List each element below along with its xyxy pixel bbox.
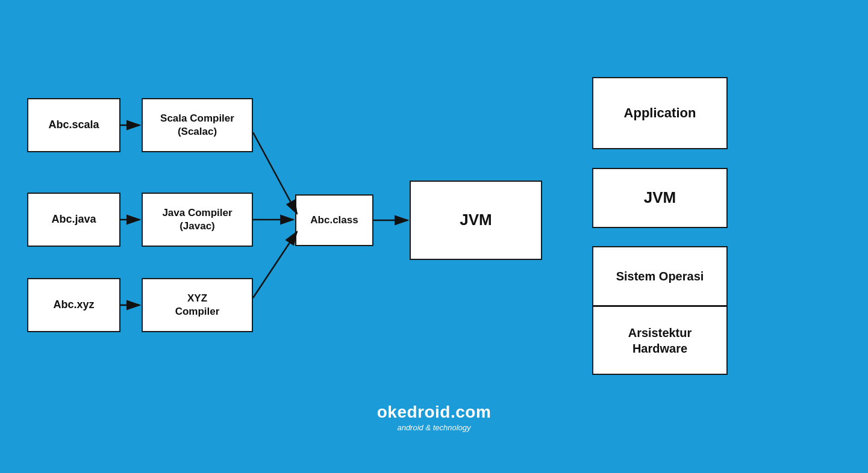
- box-abc-scala: Abc.scala: [27, 98, 120, 152]
- svg-line-5: [253, 132, 297, 214]
- box-abc-xyz: Abc.xyz: [27, 278, 120, 332]
- watermark-main: okedroid.com: [377, 403, 492, 422]
- watermark-sub: android & technology: [377, 423, 492, 432]
- box-abc-class: Abc.class: [295, 194, 373, 246]
- box-sistem-operasi: Sistem Operasi: [592, 246, 728, 306]
- diagram-container: Abc.scala Abc.java Abc.xyz Scala Compile…: [0, 0, 868, 473]
- box-xyz-compiler: XYZCompiler: [142, 278, 253, 332]
- box-abc-java: Abc.java: [27, 193, 120, 247]
- box-jvm-left: JVM: [410, 181, 542, 260]
- box-java-compiler: Java Compiler(Javac): [142, 193, 253, 247]
- box-jvm-right: JVM: [592, 168, 728, 228]
- box-scala-compiler: Scala Compiler(Scalac): [142, 98, 253, 152]
- svg-line-7: [253, 232, 297, 298]
- box-application: Application: [592, 77, 728, 149]
- box-arsitektur: ArsistekturHardware: [592, 306, 728, 375]
- watermark: okedroid.com android & technology: [377, 403, 492, 432]
